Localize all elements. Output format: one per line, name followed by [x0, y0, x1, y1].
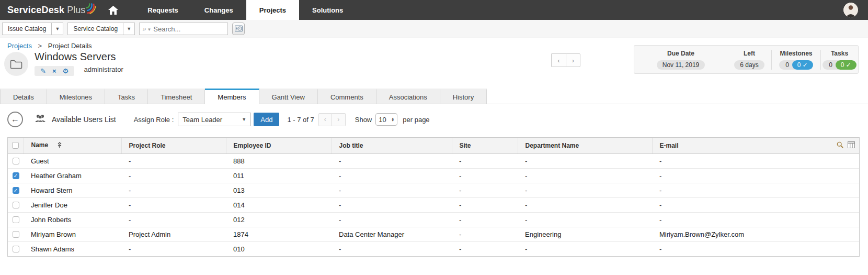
column-header-department[interactable]: Department Name	[518, 138, 652, 153]
column-header-email[interactable]: E-mail	[652, 138, 859, 153]
issue-catalog-dropdown[interactable]: Issue Catalog ▼	[2, 23, 63, 35]
gear-icon[interactable]: ⚙	[63, 68, 69, 74]
home-icon	[108, 6, 118, 15]
back-button[interactable]: ←	[7, 112, 23, 127]
row-checkbox[interactable]	[13, 246, 19, 252]
project-owner: administrator	[84, 65, 123, 73]
row-checkbox-cell: ✓	[8, 183, 24, 197]
assign-role-select[interactable]: Team Leader ▼	[178, 113, 251, 126]
tab-comments[interactable]: Comments	[318, 89, 376, 104]
days-left-section: Left 6 days	[727, 50, 771, 70]
cell-site: -	[452, 212, 518, 227]
cell-project-role: Project Admin	[121, 227, 226, 241]
nav-item-solutions[interactable]: Solutions	[299, 0, 356, 20]
search-scope-chevron-icon[interactable]: ▼	[147, 27, 151, 32]
row-checkbox[interactable]: ✓	[13, 172, 19, 179]
column-chooser-icon[interactable]	[848, 141, 855, 148]
prev-page-button[interactable]: ‹	[318, 113, 332, 126]
sort-ascending-icon[interactable]	[58, 142, 62, 149]
tab-members[interactable]: Members	[205, 89, 259, 104]
service-catalog-label: Service Catalog	[68, 25, 123, 32]
column-search-icon[interactable]	[837, 141, 843, 148]
chevron-down-icon: ▼	[51, 23, 63, 35]
cell-job-title: -	[332, 153, 452, 168]
tab-milestones[interactable]: Milestones	[47, 89, 105, 104]
row-checkbox[interactable]	[13, 158, 19, 164]
per-page-label: per page	[403, 116, 429, 124]
nav-item-changes[interactable]: Changes	[191, 0, 246, 20]
table-row[interactable]: John Roberts-012----	[8, 212, 859, 227]
table-row[interactable]: Shawn Adams-010----	[8, 241, 859, 256]
milestones-label: Milestones	[779, 50, 813, 57]
row-checkbox[interactable]	[13, 202, 19, 208]
cell-project-role: -	[121, 197, 226, 212]
users-table: Name Project Role Employee ID Job title …	[8, 138, 859, 256]
brand-suffix: Plus	[67, 5, 85, 16]
tab-details[interactable]: Details	[0, 89, 47, 104]
members-toolbar: ← Available Users List Assign Role : Tea…	[0, 104, 868, 135]
service-catalog-dropdown[interactable]: Service Catalog ▼	[67, 23, 135, 35]
column-header-employee-id[interactable]: Employee ID	[226, 138, 332, 153]
nav-item-requests[interactable]: Requests	[134, 0, 191, 20]
row-checkbox[interactable]: ✓	[13, 187, 19, 194]
cell-employee-id: 014	[226, 197, 332, 212]
table-row[interactable]: Guest-888----	[8, 153, 859, 168]
column-header-name[interactable]: Name	[24, 138, 121, 153]
select-all-checkbox[interactable]	[12, 142, 19, 149]
users-group-icon	[35, 114, 47, 125]
edit-icon[interactable]: ✎	[40, 68, 46, 74]
row-checkbox[interactable]	[13, 216, 19, 223]
recent-items-icon[interactable]	[232, 23, 245, 35]
user-avatar[interactable]	[843, 2, 859, 18]
project-actions: ✎ × ⚙	[35, 66, 74, 76]
home-tab[interactable]	[101, 0, 125, 20]
column-header-job-title[interactable]: Job title	[332, 138, 452, 153]
global-search: ⌕ ▼	[139, 23, 228, 35]
tab-associations[interactable]: Associations	[376, 89, 440, 104]
cell-site: -	[452, 153, 518, 168]
pagination-range: 1 - 7 of 7	[287, 116, 314, 124]
milestones-section: Milestones 0 0 ✓	[771, 50, 820, 70]
cell-email: -	[652, 153, 859, 168]
cell-email: -	[652, 212, 859, 227]
row-checkbox[interactable]	[13, 231, 19, 238]
table-header-row: Name Project Role Employee ID Job title …	[8, 138, 859, 153]
page-size-select[interactable]: 10 ▲▼	[375, 113, 397, 126]
tab-history[interactable]: History	[440, 89, 487, 104]
search-icon[interactable]: ⌕	[143, 25, 146, 33]
cell-email: -	[652, 197, 859, 212]
table-row[interactable]: ✓Heather Graham-011----	[8, 168, 859, 183]
next-page-button[interactable]: ›	[332, 113, 346, 126]
cell-job-title: -	[332, 241, 452, 256]
cell-department: -	[518, 241, 652, 256]
brand-name: ServiceDesk	[7, 5, 64, 16]
breadcrumb-separator: >	[38, 42, 42, 50]
column-header-project-role[interactable]: Project Role	[121, 138, 226, 153]
nav-item-projects[interactable]: Projects	[246, 0, 299, 20]
tab-gantt-view[interactable]: Gantt View	[259, 89, 318, 104]
cell-employee-id: 012	[226, 212, 332, 227]
prev-project-button[interactable]: ‹	[551, 53, 566, 67]
cell-job-title: -	[332, 212, 452, 227]
tab-timesheet[interactable]: Timesheet	[148, 89, 205, 104]
table-row[interactable]: Miriyam BrownProject Admin1874Data Cente…	[8, 227, 859, 241]
tab-tasks[interactable]: Tasks	[105, 89, 148, 104]
cell-department: Engineering	[518, 227, 652, 241]
column-header-site[interactable]: Site	[452, 138, 518, 153]
close-icon[interactable]: ×	[52, 68, 56, 74]
cell-email: -	[652, 241, 859, 256]
add-button[interactable]: Add	[254, 113, 279, 126]
avatar-person-icon	[843, 3, 858, 17]
table-row[interactable]: ✓Howard Stern-013----	[8, 183, 859, 197]
cell-site: -	[452, 227, 518, 241]
chevron-down-icon: ▼	[123, 23, 134, 35]
next-project-button[interactable]: ›	[566, 53, 580, 67]
top-navbar: ServiceDesk Plus RequestsChangesProjects…	[0, 0, 868, 20]
table-row[interactable]: Jeniffer Doe-014----	[8, 197, 859, 212]
row-checkbox-cell	[8, 241, 24, 256]
breadcrumb-projects-link[interactable]: Projects	[7, 42, 32, 50]
search-input[interactable]	[153, 25, 211, 33]
users-table-container: Name Project Role Employee ID Job title …	[7, 137, 860, 257]
cell-project-role: -	[121, 183, 226, 197]
cell-department: -	[518, 168, 652, 183]
